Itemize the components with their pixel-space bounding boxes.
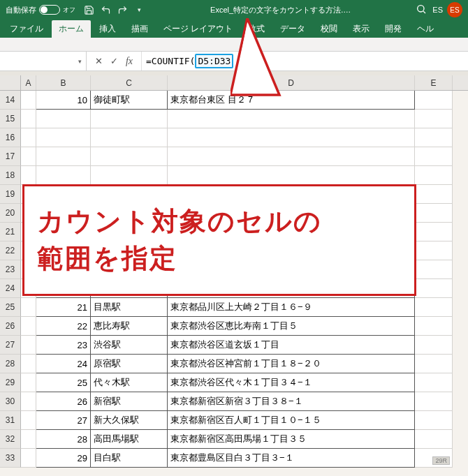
row-header[interactable]: 31 [0,411,21,430]
cell[interactable] [415,147,453,166]
cell[interactable]: 東京都新宿区新宿３丁目３８−１ [168,392,415,411]
row-header[interactable]: 14 [0,91,21,110]
cell[interactable] [415,336,453,355]
autosave-toggle[interactable]: 自動保存 オフ [6,5,75,15]
tab-help[interactable]: ヘル [410,20,441,38]
tab-review[interactable]: 校閲 [314,20,344,38]
redo-icon[interactable] [116,3,129,16]
cell[interactable] [415,430,453,449]
cell[interactable] [21,110,36,128]
row-header[interactable]: 17 [0,147,21,166]
row-header[interactable]: 19 [0,185,21,204]
tab-view[interactable]: 表示 [346,20,376,38]
tab-page-layout[interactable]: ページ レイアウト [156,20,240,38]
row-header[interactable]: 26 [0,317,21,336]
row-header[interactable]: 18 [0,166,21,185]
select-all-corner[interactable] [0,75,21,90]
cell[interactable]: 10 [36,91,91,110]
cell[interactable] [168,110,415,128]
cell[interactable] [415,411,453,430]
save-icon[interactable] [82,3,95,16]
cell[interactable] [21,298,36,317]
cell[interactable] [21,147,36,166]
tab-file[interactable]: ファイル [3,20,50,38]
col-header-e[interactable]: E [415,75,453,90]
cell[interactable]: 東京都豊島区目白３丁目３−１ [168,449,415,468]
row-header[interactable]: 23 [0,260,21,279]
row-header[interactable]: 27 [0,336,21,355]
cell[interactable] [21,336,36,355]
cell[interactable] [168,128,415,147]
tab-developer[interactable]: 開発 [378,20,409,38]
cell[interactable]: 高田馬場駅 [91,430,168,449]
cell[interactable]: 新大久保駅 [91,411,168,430]
row-header[interactable]: 20 [0,204,21,223]
cell[interactable] [21,317,36,336]
col-header-c[interactable]: C [91,75,168,90]
cell[interactable] [415,373,453,392]
cell[interactable]: 東京都品川区上大崎２丁目１６−９ [168,298,415,317]
cell[interactable]: 東京都台東区 目２７ [168,91,415,110]
cell[interactable] [91,147,168,166]
cell[interactable] [21,355,36,373]
cell[interactable]: 恵比寿駅 [91,317,168,336]
cell[interactable]: 21 [36,298,91,317]
cell[interactable]: 25 [36,373,91,392]
fx-icon[interactable]: fx [123,55,136,68]
cell[interactable] [415,317,453,336]
search-icon[interactable] [416,3,428,16]
col-header-d[interactable]: D [168,75,415,90]
row-header[interactable]: 32 [0,430,21,449]
cell[interactable]: 目黒駅 [91,298,168,317]
user-avatar[interactable]: ES [447,2,462,17]
cell[interactable]: 29 [36,449,91,468]
cell[interactable]: 28 [36,430,91,449]
cell[interactable] [21,430,36,449]
col-header-a[interactable]: A [21,75,36,90]
qat-dropdown-icon[interactable]: ▾ [133,3,145,16]
cell[interactable] [415,260,453,279]
cell[interactable] [415,110,453,128]
cell[interactable] [21,411,36,430]
cell[interactable] [36,128,91,147]
row-header[interactable]: 15 [0,110,21,128]
cell[interactable]: 東京都新宿区百人町１丁目１０−１５ [168,411,415,430]
row-header[interactable]: 24 [0,279,21,298]
cell[interactable]: 東京都新宿区高田馬場１丁目３５ [168,430,415,449]
tab-draw[interactable]: 描画 [124,20,155,38]
cell[interactable] [91,110,168,128]
cell[interactable] [415,392,453,411]
cancel-icon[interactable]: ✕ [92,55,105,68]
cell[interactable]: 御徒町駅 [91,91,168,110]
cell[interactable]: 東京都渋谷区恵比寿南１丁目５ [168,317,415,336]
row-header[interactable]: 21 [0,223,21,241]
cell[interactable]: 新宿駅 [91,392,168,411]
row-header[interactable]: 16 [0,128,21,147]
cell[interactable] [415,128,453,147]
cell[interactable]: 26 [36,392,91,411]
cell[interactable]: 目白駅 [91,449,168,468]
cell[interactable] [36,166,91,185]
cell[interactable] [21,392,36,411]
cell[interactable]: 24 [36,355,91,373]
cell[interactable] [415,298,453,317]
cell[interactable]: 東京都渋谷区神宮前１丁目１８−２０ [168,355,415,373]
cell[interactable] [415,279,453,298]
cell[interactable] [21,449,36,468]
cell[interactable] [21,128,36,147]
cell[interactable] [168,166,415,185]
cell[interactable]: 22 [36,317,91,336]
tab-home[interactable]: ホーム [52,20,91,38]
row-header[interactable]: 28 [0,355,21,373]
cell[interactable] [415,166,453,185]
cell[interactable] [415,223,453,241]
cell[interactable]: 東京都渋谷区代々木１丁目３４−１ [168,373,415,392]
cell[interactable]: 23 [36,336,91,355]
row-header[interactable]: 29 [0,373,21,392]
cell[interactable] [36,147,91,166]
cell[interactable]: 原宿駅 [91,355,168,373]
cell[interactable] [21,91,36,110]
cell[interactable] [415,185,453,204]
cell[interactable]: 27 [36,411,91,430]
cell[interactable] [415,91,453,110]
